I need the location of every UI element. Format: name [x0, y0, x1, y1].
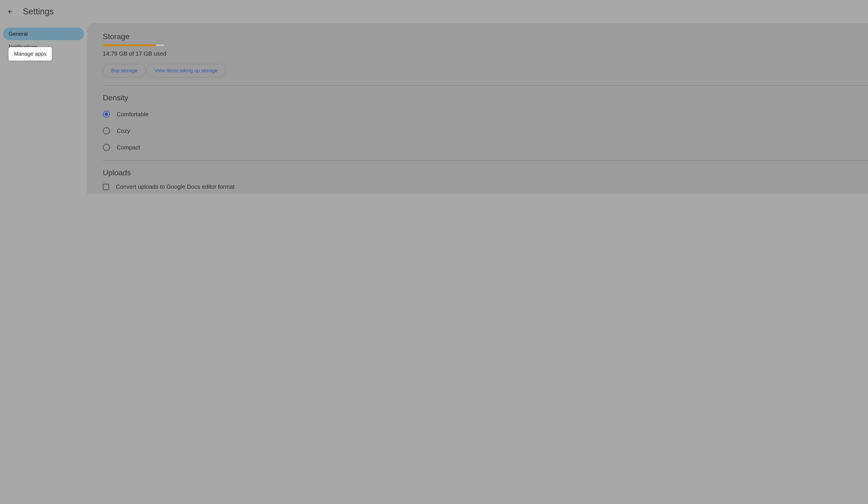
density-option-label: Cozy: [117, 127, 130, 134]
divider: [103, 160, 868, 161]
convert-uploads-option[interactable]: Convert uploads to Google Docs editor fo…: [103, 183, 868, 190]
main-panel: Storage 14.79 GB of 17 GB used Buy stora…: [87, 23, 868, 194]
storage-section: Storage 14.79 GB of 17 GB used Buy stora…: [103, 32, 868, 86]
divider: [103, 85, 868, 86]
sidebar-item-label: General: [9, 31, 28, 37]
sidebar-item-general[interactable]: General: [3, 28, 84, 40]
tooltip-text: Manage apps: [14, 51, 46, 57]
checkbox-icon: [103, 184, 109, 190]
density-section: Density Comfortable Cozy Compact: [103, 93, 868, 161]
radio-dot-icon: [105, 113, 108, 116]
storage-button-row: Buy storage View items taking up storage: [103, 64, 868, 77]
arrow-left-icon: [7, 9, 13, 15]
density-option-label: Compact: [117, 144, 140, 151]
convert-uploads-label: Convert uploads to Google Docs editor fo…: [116, 183, 235, 190]
storage-progress-bar: [103, 44, 164, 46]
settings-header: Settings: [0, 0, 868, 23]
storage-section-title: Storage: [103, 32, 868, 41]
radio-icon: [103, 127, 110, 134]
manage-apps-tooltip[interactable]: Manage apps: [9, 47, 52, 61]
uploads-section: Uploads Convert uploads to Google Docs e…: [103, 168, 868, 190]
storage-usage-text: 14.79 GB of 17 GB used: [103, 50, 868, 57]
density-option-comfortable[interactable]: Comfortable: [103, 111, 868, 118]
density-option-compact[interactable]: Compact: [103, 144, 868, 151]
page-title: Settings: [23, 7, 54, 17]
storage-progress-fill: [103, 44, 156, 46]
back-button[interactable]: [7, 8, 14, 15]
radio-icon: [103, 144, 110, 151]
density-option-label: Comfortable: [117, 111, 148, 118]
radio-icon: [103, 111, 110, 118]
uploads-section-title: Uploads: [103, 168, 868, 177]
buy-storage-button[interactable]: Buy storage: [103, 64, 146, 77]
density-option-cozy[interactable]: Cozy: [103, 127, 868, 134]
view-storage-items-button[interactable]: View items taking up storage: [146, 64, 226, 77]
density-section-title: Density: [103, 93, 868, 102]
